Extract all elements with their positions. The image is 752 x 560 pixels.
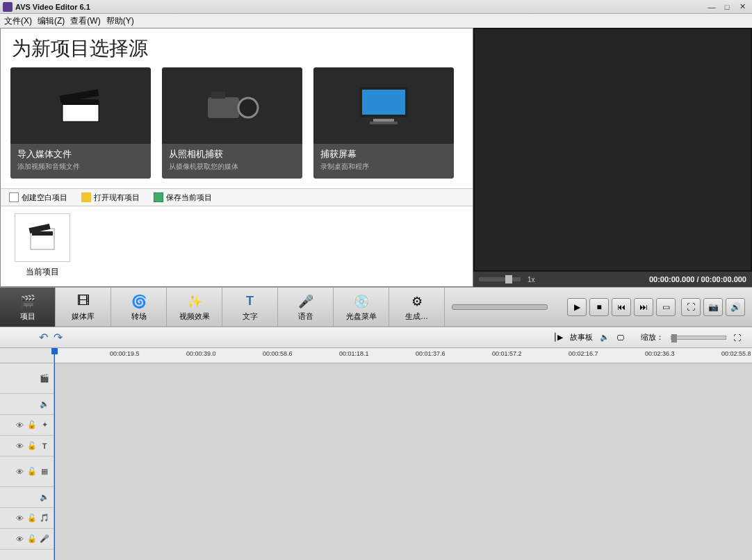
ruler-tick: 00:02:16.7 (569, 350, 598, 357)
ruler-tick: 00:02:36.3 (645, 350, 675, 357)
minimize-button[interactable]: — (705, 2, 719, 12)
track-head-fx[interactable]: 👁🔓✦ (0, 415, 54, 436)
open-existing-project[interactable]: 打开现有项目 (81, 192, 140, 203)
track-head-voice[interactable]: 👁🔓🎤 (0, 529, 54, 550)
mic-icon: 🎤 (297, 293, 314, 310)
track-head-audio[interactable]: 🔈 (0, 394, 54, 415)
preview-panel: 1x 00:00:00.000 / 00:00:00.000 (473, 28, 752, 287)
timeline-toolbar: ↶ ↷ ⎮▶ 故事板 🔈 🖵 缩放： ⛶ (0, 327, 752, 348)
fx-icon: ✦ (40, 420, 49, 430)
video-track-icon: 🎬 (40, 374, 49, 384)
lock-icon: 🔓 (27, 420, 37, 430)
eye-icon: 👁 (15, 467, 24, 477)
svg-rect-8 (373, 119, 394, 122)
source-capture-title: 从照相机捕获 (169, 148, 295, 160)
tab-project[interactable]: 🎬项目 (0, 288, 56, 327)
frame-button[interactable]: ▭ (656, 298, 676, 316)
ruler-tick: 00:01:37.6 (416, 350, 446, 357)
zoom-slider[interactable] (671, 336, 726, 340)
tab-media-library[interactable]: 🎞媒体库 (56, 288, 111, 327)
volume-button[interactable]: 🔊 (726, 298, 745, 316)
playback-speed-slider[interactable] (479, 277, 521, 281)
play-button[interactable]: ▶ (567, 298, 587, 316)
clapper-icon: 🎬 (19, 293, 36, 310)
redo-button[interactable]: ↷ (54, 331, 63, 344)
track-head-music[interactable]: 👁🔓🎵 (0, 508, 54, 529)
preview-screen[interactable] (475, 29, 751, 270)
eye-icon: 👁 (15, 534, 24, 544)
svg-rect-9 (370, 122, 398, 124)
svg-rect-2 (63, 99, 99, 105)
lock-icon: 🔓 (27, 513, 37, 523)
library-item-label: 当前项目 (8, 266, 77, 278)
timecode: 00:00:00.000 / 00:00:00.000 (649, 275, 746, 283)
next-button[interactable]: ⏭ (634, 298, 653, 316)
menu-edit[interactable]: 编辑(Z) (38, 15, 65, 27)
svg-rect-5 (211, 92, 225, 99)
undo-button[interactable]: ↶ (39, 331, 48, 344)
disc-icon: 💿 (353, 293, 370, 310)
speaker-icon: 🔈 (40, 493, 49, 502)
menu-view[interactable]: 查看(W) (70, 15, 100, 27)
svg-rect-3 (208, 97, 239, 118)
window-title: AVS Video Editor 6.1 (15, 3, 90, 11)
eye-icon: 👁 (15, 441, 24, 451)
prev-button[interactable]: ⏮ (612, 298, 631, 316)
tab-video-effects[interactable]: ✨视频效果 (167, 288, 222, 327)
menu-file[interactable]: 文件(X) (4, 15, 32, 27)
monitor-small-icon[interactable]: 🖵 (616, 333, 624, 342)
snapshot-button[interactable]: 📷 (703, 298, 723, 316)
playhead[interactable] (54, 348, 55, 560)
maximize-button[interactable]: □ (720, 2, 734, 12)
tab-text[interactable]: T文字 (222, 288, 278, 327)
eye-icon: 👁 (15, 513, 24, 523)
source-import-sub: 添加视频和音频文件 (17, 162, 144, 172)
film-icon: 🎞 (75, 293, 92, 310)
scrub-slider[interactable] (452, 304, 548, 310)
zoom-label: 缩放： (641, 332, 664, 343)
track-area[interactable] (54, 363, 752, 560)
music-icon: 🎵 (40, 513, 49, 523)
source-capture-camera[interactable]: 从照相机捕获 从摄像机获取您的媒体 (162, 67, 302, 179)
tab-transitions[interactable]: 🌀转场 (111, 288, 167, 327)
tab-produce[interactable]: ⚙生成… (389, 288, 445, 327)
camcorder-icon (201, 85, 263, 126)
track-head-overlay-audio[interactable]: 🔈 (0, 487, 54, 508)
new-blank-project[interactable]: 创建空白项目 (9, 192, 67, 203)
timeline-ruler[interactable]: 00:00:19.5 00:00:39.0 00:00:58.6 00:01:1… (0, 348, 752, 363)
menu-help[interactable]: 帮助(Y) (106, 15, 134, 27)
save-icon (154, 192, 163, 202)
menubar: 文件(X) 编辑(Z) 查看(W) 帮助(Y) (0, 14, 752, 28)
save-current-project[interactable]: 保存当前项目 (154, 192, 212, 203)
track-head-overlay[interactable]: 👁🔓▦ (0, 456, 54, 487)
svg-point-4 (238, 98, 258, 117)
audio-icon[interactable]: 🔈 (600, 333, 610, 342)
storyboard-label[interactable]: 故事板 (570, 332, 593, 343)
clapperboard-icon (58, 87, 103, 124)
tab-voice[interactable]: 🎤语音 (278, 288, 334, 327)
close-button[interactable]: ✕ (735, 2, 749, 12)
fit-zoom-button[interactable]: ⛶ (733, 333, 741, 342)
source-capture-screen[interactable]: 捕获屏幕 录制桌面和程序 (313, 67, 454, 179)
lock-icon: 🔓 (27, 534, 37, 544)
tab-disc-menu[interactable]: 💿光盘菜单 (334, 288, 389, 327)
overlay-icon: ▦ (40, 467, 49, 477)
monitor-icon (352, 81, 415, 130)
track-head-text[interactable]: 👁🔓T (0, 436, 54, 456)
ruler-tick: 00:02:55.8 (721, 350, 751, 357)
library-current-project[interactable]: 当前项目 (8, 213, 77, 278)
lock-icon: 🔓 (27, 441, 37, 451)
wand-icon: ✨ (186, 293, 203, 310)
text-track-icon: T (40, 441, 49, 451)
timeline: 00:00:19.5 00:00:39.0 00:00:58.6 00:01:1… (0, 348, 752, 560)
split-icon[interactable]: ⎮▶ (553, 333, 563, 342)
media-library: 当前项目 (1, 206, 473, 286)
track-head-video[interactable]: 🎬 (0, 363, 54, 394)
document-icon (9, 192, 19, 202)
lock-icon: 🔓 (27, 467, 37, 477)
source-screen-title: 捕获屏幕 (320, 148, 447, 160)
fullscreen-button[interactable]: ⛶ (681, 298, 701, 316)
stop-button[interactable]: ■ (589, 298, 609, 316)
source-import-media[interactable]: 导入媒体文件 添加视频和音频文件 (10, 67, 151, 179)
titlebar: AVS Video Editor 6.1 — □ ✕ (0, 0, 752, 14)
